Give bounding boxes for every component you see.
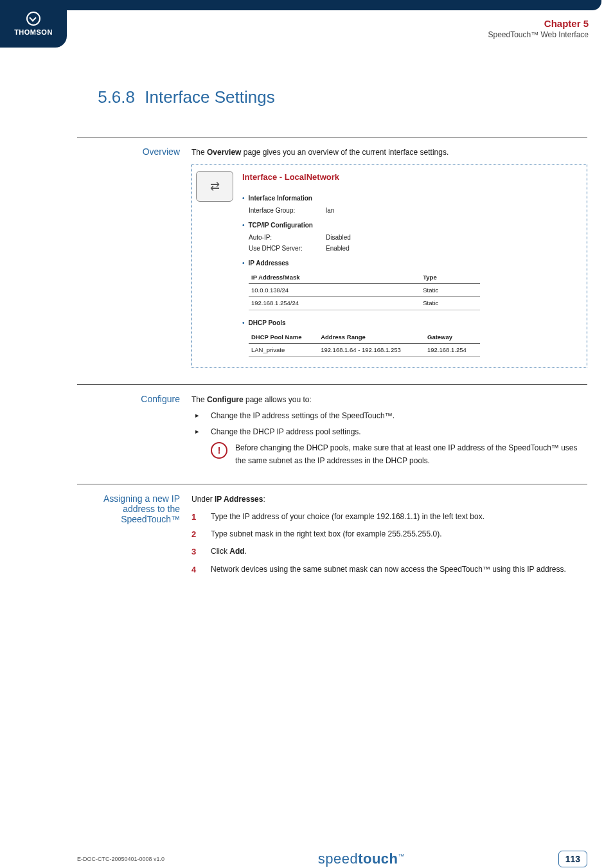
assign-block: Assigning a new IP address to the SpeedT… [77,484,587,581]
page-number: 113 [558,851,587,867]
pool-table: DHCP Pool NameAddress RangeGateway LAN_p… [249,331,480,357]
bullet-icon: • [242,222,245,229]
text: Click [211,547,229,556]
table-row: 192.168.1.254/24Static [249,297,480,310]
page-footer: E-DOC-CTC-20050401-0008 v1.0 speedtouch™… [0,851,613,868]
configure-label: Configure [77,394,191,404]
ip-heading: IP Addresses [249,258,289,269]
configure-block: Configure The Configure page allows you … [77,384,587,467]
td: Static [420,284,480,297]
td: Static [420,297,480,310]
text: The [191,148,207,157]
doc-reference: E-DOC-CTC-20050401-0008 v1.0 [77,856,164,862]
table-row: LAN_private192.168.1.64 - 192.168.1.2531… [249,343,480,356]
assign-steps: Type the IP address of your choice (for … [191,511,587,576]
text-bold: Add [229,547,244,556]
note-text: Before changing the DHCP pools, make sur… [235,442,587,466]
brand-text: THOMSON [0,28,67,36]
th: IP Address/Mask [249,271,405,284]
td: 192.168.1.64 - 192.168.1.253 [318,343,425,356]
configure-intro: The Configure page allows you to: [191,394,587,406]
top-bar [0,0,601,10]
list-item: Change the DHCP IP address pool settings… [191,426,587,438]
chapter-label: Chapter 5 [488,18,589,29]
text: . [245,547,247,556]
list-item: Change the IP address settings of the Sp… [191,410,587,422]
brand-logo: THOMSON [0,0,67,48]
text: page allows you to: [244,395,312,404]
warning-note: ! Before changing the DHCP pools, make s… [211,442,587,466]
header-right: Chapter 5 SpeedTouch™ Web Interface [488,18,589,39]
kv-val: Enabled [326,244,350,254]
text-bold: Configure [207,395,244,404]
kv-key: Interface Group: [249,206,326,216]
kv-val: Disabled [326,233,351,243]
table-row: 10.0.0.138/24Static [249,284,480,297]
overview-block: Overview The Overview page gives you an … [77,137,587,368]
td: 192.168.1.254 [425,343,480,356]
info-heading: Interface Information [249,193,312,204]
th: DHCP Pool Name [249,331,318,344]
bullet-icon: • [242,320,245,326]
th: Type [420,271,480,284]
thomson-icon [26,12,40,26]
logo-bold: touch [358,851,398,867]
kv-key: Auto-IP: [249,233,326,243]
network-icon: ⇄ [196,171,233,202]
td: 192.168.1.254/24 [249,297,405,310]
list-item: Type subnet mask in the right text box (… [191,528,587,540]
logo-light: speed [318,851,358,867]
td: LAN_private [249,343,318,356]
text: The [191,395,207,404]
chapter-subtitle: SpeedTouch™ Web Interface [488,30,589,39]
overview-intro: The Overview page gives you an overview … [191,146,587,159]
text: Under [191,495,215,504]
kv-key: Use DHCP Server: [249,244,326,254]
text: : [263,495,265,504]
tcp-heading: TCP/IP Configuration [249,220,313,231]
bullet-icon: • [242,195,245,202]
section-number: 5.6.8 [77,87,143,107]
td: 10.0.0.138/24 [249,284,405,297]
interface-screenshot: ⇄ Interface - LocalNetwork •Interface In… [191,164,587,368]
bullet-icon: • [242,260,245,267]
overview-label: Overview [77,146,191,157]
assign-under: Under IP Addresses: [191,493,587,506]
list-item: Click Add. [191,545,587,558]
logo-tm: ™ [398,852,405,859]
section-heading: 5.6.8 Interface Settings [77,87,587,107]
kv-val: lan [326,206,334,216]
text: page gives you an overview of the curren… [241,148,449,157]
ip-table: IP Address/MaskType 10.0.0.138/24Static … [249,271,480,310]
assign-label: Assigning a new IP address to the SpeedT… [77,493,191,524]
section-title: Interface Settings [145,87,274,107]
warning-icon: ! [211,442,227,459]
list-item: Type the IP address of your choice (for … [191,511,587,523]
panel-title: Interface - LocalNetwork [242,171,580,184]
th: Gateway [425,331,480,344]
configure-list: Change the IP address settings of the Sp… [191,410,587,438]
text-bold: Overview [207,148,241,157]
list-item: Network devices using the same subnet ma… [191,563,587,576]
footer-logo: speedtouch™ [318,851,405,867]
text-bold: IP Addresses [215,495,263,504]
pool-heading: DHCP Pools [249,318,286,328]
th: Address Range [318,331,425,344]
